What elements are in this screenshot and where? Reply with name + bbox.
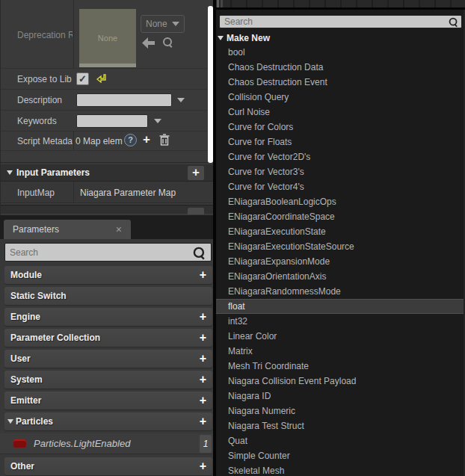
type-item-curve-for-vector3-s[interactable]: Curve for Vector3's bbox=[216, 164, 464, 179]
add-parameter-button[interactable]: + bbox=[200, 331, 206, 344]
type-item-niagara-collision-event-payload[interactable]: Niagara Collision Event Payload bbox=[216, 374, 464, 389]
map-elements-count: 0 Map elem bbox=[76, 136, 123, 146]
thumbnail-none-text: None bbox=[98, 34, 117, 43]
category-label: Parameter Collection bbox=[10, 333, 100, 343]
parameters-search-box[interactable] bbox=[4, 243, 212, 262]
add-map-element-button[interactable]: + bbox=[143, 133, 150, 146]
add-parameter-button[interactable]: + bbox=[200, 460, 206, 473]
details-scrollbar[interactable] bbox=[208, 6, 213, 163]
add-button-partial[interactable] bbox=[188, 208, 204, 214]
type-item-int32[interactable]: int32 bbox=[216, 314, 464, 329]
input-parameters-header[interactable]: Input Parameters + bbox=[1, 164, 214, 182]
tab-parameters[interactable]: Parameters × bbox=[4, 220, 131, 239]
type-search-input[interactable] bbox=[220, 16, 461, 28]
category-static-switch[interactable]: Static Switch bbox=[4, 287, 212, 305]
type-item-eniagaracoordinatespace[interactable]: ENiagaraCoordinateSpace bbox=[216, 209, 464, 224]
category-engine[interactable]: Engine+ bbox=[4, 308, 212, 326]
help-icon[interactable]: ? bbox=[124, 134, 137, 146]
type-item-curl-noise[interactable]: Curl Noise bbox=[216, 105, 464, 120]
add-parameter-button[interactable]: + bbox=[200, 268, 206, 282]
type-item-chaos-destruction-event[interactable]: Chaos Destruction Event bbox=[216, 75, 464, 90]
type-item-eniagaraorientationaxis[interactable]: ENiagaraOrientationAxis bbox=[216, 269, 464, 284]
expose-row: Expose to Lib ✓ bbox=[1, 69, 213, 90]
type-item-quat[interactable]: Quat bbox=[216, 433, 464, 448]
type-item-simple-counter[interactable]: Simple Counter bbox=[216, 448, 464, 463]
tab-bar: Parameters × bbox=[0, 215, 213, 239]
partial-section-header bbox=[1, 205, 214, 214]
search-icon bbox=[162, 37, 173, 48]
expand-arrow-icon bbox=[7, 419, 13, 424]
type-item-eniagaraexecutionstate[interactable]: ENiagaraExecutionState bbox=[216, 224, 464, 239]
browse-asset-button[interactable] bbox=[162, 37, 173, 50]
keywords-row: Keywords bbox=[1, 111, 213, 132]
add-parameter-button[interactable]: + bbox=[200, 415, 206, 428]
category-module[interactable]: Module+ bbox=[4, 266, 212, 284]
type-item-bool[interactable]: bool bbox=[216, 45, 464, 60]
type-item-collision-query[interactable]: Collision Query bbox=[216, 90, 464, 105]
type-item-float[interactable]: float bbox=[216, 299, 464, 314]
type-item-niagara-numeric[interactable]: Niagara Numeric bbox=[216, 404, 464, 418]
column-divider bbox=[73, 0, 74, 68]
parameters-search-input[interactable] bbox=[5, 244, 211, 261]
deprecation-asset-dropdown[interactable]: None bbox=[141, 15, 185, 33]
keywords-label: Keywords bbox=[17, 116, 57, 126]
category-label: Static Switch bbox=[10, 291, 67, 301]
script-metadata-row: Script Metada 0 Map elem ? + bbox=[1, 132, 213, 151]
category-other[interactable]: Other+ bbox=[4, 457, 212, 475]
category-system[interactable]: System+ bbox=[4, 371, 212, 389]
use-selected-asset-button[interactable] bbox=[142, 37, 155, 49]
niagara-editor: Deprecation R None None Expose to Lib ✓ … bbox=[0, 0, 465, 476]
expand-arrow-icon bbox=[7, 170, 13, 175]
type-item-skeletal-mesh[interactable]: Skeletal Mesh bbox=[216, 463, 464, 476]
type-search-box[interactable] bbox=[219, 15, 462, 28]
input-map-row[interactable]: InputMap Niagara Parameter Map bbox=[1, 182, 214, 203]
expose-checkbox[interactable]: ✓ bbox=[76, 72, 89, 85]
keywords-input[interactable] bbox=[76, 114, 148, 128]
type-item-niagara-test-struct[interactable]: Niagara Test Struct bbox=[216, 418, 464, 433]
type-item-curve-for-vector2d-s[interactable]: Curve for Vector2D's bbox=[216, 149, 464, 164]
type-item-curve-for-colors[interactable]: Curve for Colors bbox=[216, 120, 464, 135]
type-item-curve-for-floats[interactable]: Curve for Floats bbox=[216, 135, 464, 149]
type-item-niagara-id[interactable]: Niagara ID bbox=[216, 389, 464, 404]
make-new-group-header[interactable]: Make New bbox=[218, 31, 270, 45]
category-parameter-collection[interactable]: Parameter Collection+ bbox=[4, 329, 212, 347]
add-parameter-button[interactable]: + bbox=[200, 310, 206, 324]
reset-arrow-icon bbox=[96, 73, 106, 83]
deprecation-thumbnail[interactable]: None bbox=[79, 9, 136, 67]
param-value: Niagara Parameter Map bbox=[80, 188, 176, 198]
description-input[interactable] bbox=[76, 93, 172, 107]
type-item-eniagararandomnessmode[interactable]: ENiagaraRandomnessMode bbox=[216, 284, 464, 299]
category-label: User bbox=[10, 353, 31, 364]
expand-arrow-icon bbox=[218, 36, 224, 40]
category-user[interactable]: User+ bbox=[4, 350, 212, 368]
close-icon[interactable]: × bbox=[116, 223, 122, 235]
chevron-down-icon[interactable] bbox=[154, 119, 161, 123]
category-label: Emitter bbox=[10, 395, 41, 406]
group-label: Make New bbox=[227, 33, 270, 43]
chevron-down-icon[interactable] bbox=[177, 98, 185, 102]
tick-mark bbox=[221, 0, 223, 7]
plus-icon: + bbox=[192, 165, 200, 179]
add-parameter-button[interactable]: + bbox=[200, 352, 206, 365]
type-item-linear-color[interactable]: Linear Color bbox=[216, 329, 464, 344]
type-item-curve-for-vector4-s[interactable]: Curve for Vector4's bbox=[216, 179, 464, 194]
reset-to-default-button[interactable] bbox=[96, 73, 106, 83]
type-list: boolChaos Destruction DataChaos Destruct… bbox=[216, 45, 464, 476]
type-item-eniagaraexpansionmode[interactable]: ENiagaraExpansionMode bbox=[216, 254, 464, 269]
add-parameter-button[interactable]: + bbox=[200, 373, 206, 386]
type-item-mesh-tri-coordinate[interactable]: Mesh Tri Coordinate bbox=[216, 359, 464, 374]
add-parameter-button[interactable]: + bbox=[200, 394, 206, 407]
category-label: Engine bbox=[10, 312, 40, 322]
type-item-matrix[interactable]: Matrix bbox=[216, 344, 464, 359]
type-item-eniagaraexecutionstatesource[interactable]: ENiagaraExecutionStateSource bbox=[216, 239, 464, 254]
add-input-parameter-button[interactable]: + bbox=[188, 166, 204, 180]
expose-label: Expose to Lib bbox=[17, 74, 74, 84]
type-item-eniagarabooleanlogicops[interactable]: ENiagaraBooleanLogicOps bbox=[216, 194, 464, 209]
type-item-chaos-destruction-data[interactable]: Chaos Destruction Data bbox=[216, 60, 464, 75]
category-emitter[interactable]: Emitter+ bbox=[4, 392, 212, 409]
clear-map-button[interactable] bbox=[159, 134, 170, 146]
category-particles[interactable]: Particles+ bbox=[4, 412, 212, 430]
category-label: System bbox=[10, 374, 43, 385]
parameter-particles-lightenabled[interactable]: Particles.LightEnabled1 bbox=[0, 433, 213, 454]
deprecation-label: Deprecation R bbox=[17, 30, 73, 40]
